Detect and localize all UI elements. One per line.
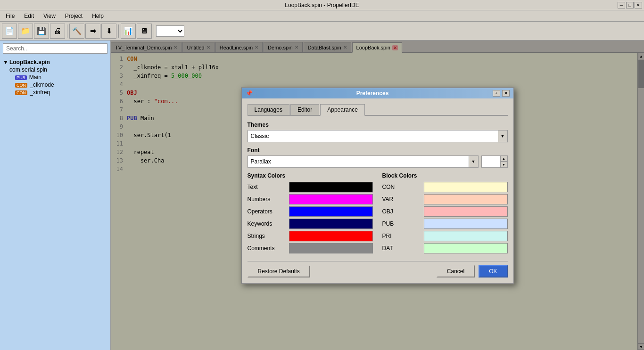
dialog-buttons: Restore Defaults Cancel OK bbox=[248, 261, 508, 277]
badge-pub: PUB bbox=[15, 75, 27, 80]
badge-con-xinfreq: CON bbox=[15, 90, 27, 95]
minimize-button[interactable]: ─ bbox=[618, 2, 625, 8]
color-label-pub: PUB bbox=[382, 220, 420, 227]
file-tree: ▼ LoopBack.spin com.serial.spin PUB Main… bbox=[0, 57, 110, 350]
color-label-numbers: Numbers bbox=[248, 196, 285, 203]
block-colors-title: Block Colors bbox=[382, 172, 508, 179]
syntax-colors-col: Syntax Colors Text Numbers Operators bbox=[248, 172, 373, 255]
menu-project[interactable]: Project bbox=[61, 12, 86, 20]
color-row-strings: Strings bbox=[248, 231, 373, 241]
restore-defaults-button[interactable]: Restore Defaults bbox=[248, 265, 310, 277]
dialog-tab-editor[interactable]: Editor bbox=[290, 104, 319, 115]
dialog-close-button[interactable]: ✕ bbox=[502, 90, 510, 97]
color-swatch-obj[interactable] bbox=[424, 206, 508, 217]
color-row-keywords: Keywords bbox=[248, 219, 373, 229]
tree-item-clkmode[interactable]: CON _clkmode bbox=[2, 81, 108, 89]
tree-item-main[interactable]: PUB Main bbox=[2, 73, 108, 81]
title-bar: LoopBack.spin - PropellerIDE ─ □ ✕ bbox=[0, 0, 644, 10]
dialog-tab-languages[interactable]: Languages bbox=[248, 104, 289, 115]
color-swatch-operators[interactable] bbox=[289, 206, 373, 217]
color-label-text: Text bbox=[248, 184, 285, 190]
themes-value: Classic bbox=[251, 133, 269, 139]
dialog-controls: + ✕ bbox=[493, 90, 510, 97]
color-swatch-text[interactable] bbox=[289, 182, 373, 192]
dialog-plus-button[interactable]: + bbox=[493, 90, 500, 97]
new-file-button[interactable]: 📄 bbox=[2, 24, 17, 39]
build-button[interactable]: 🔨 bbox=[69, 24, 84, 39]
font-size-down-button[interactable]: ▼ bbox=[500, 162, 508, 168]
window-title: LoopBack.spin - PropellerIDE bbox=[285, 2, 359, 8]
menu-view[interactable]: View bbox=[40, 12, 59, 20]
toolbar-separator-2 bbox=[118, 24, 119, 38]
colors-section: Syntax Colors Text Numbers Operators bbox=[248, 172, 508, 255]
color-swatch-numbers[interactable] bbox=[289, 194, 373, 204]
color-label-var: VAR bbox=[382, 196, 420, 203]
tree-root-label: LoopBack.spin bbox=[9, 59, 50, 65]
dialog-tab-bar: Languages Editor Appearance bbox=[248, 104, 508, 116]
preferences-dialog: 📌 Preferences + ✕ Languages Editor bbox=[241, 87, 514, 284]
dialog-tab-editor-label: Editor bbox=[297, 106, 312, 113]
color-label-obj: OBJ bbox=[382, 208, 420, 215]
menu-edit[interactable]: Edit bbox=[20, 12, 38, 20]
dialog-tab-languages-label: Languages bbox=[255, 106, 282, 113]
color-label-strings: Strings bbox=[248, 233, 285, 239]
tree-item-xinfreq-label: _xinfreq bbox=[30, 89, 50, 96]
font-name-value: Parallax bbox=[251, 158, 271, 165]
color-swatch-var[interactable] bbox=[424, 194, 508, 204]
color-label-pri: PRI bbox=[382, 233, 420, 239]
maximize-button[interactable]: □ bbox=[626, 2, 634, 8]
toolbar: 📄 📁 💾 🖨 🔨 ➡ ⬇ 📊 🖥 bbox=[0, 22, 644, 41]
color-swatch-keywords[interactable] bbox=[289, 219, 373, 229]
color-row-dat: DAT bbox=[382, 243, 508, 253]
code-area: TV_Terminal_Demo.spin ✕ Untitled ✕ ReadL… bbox=[111, 41, 644, 350]
color-row-obj: OBJ bbox=[382, 206, 508, 217]
save-button[interactable]: 💾 bbox=[34, 24, 49, 39]
color-row-pub: PUB bbox=[382, 219, 508, 229]
color-swatch-dat[interactable] bbox=[424, 243, 508, 253]
tree-child-label: com.serial.spin bbox=[9, 66, 47, 73]
tree-item-clkmode-label: _clkmode bbox=[30, 81, 54, 88]
font-label: Font bbox=[248, 147, 508, 154]
run-button[interactable]: ➡ bbox=[85, 24, 100, 39]
sidebar: ▼ LoopBack.spin com.serial.spin PUB Main… bbox=[0, 41, 111, 350]
color-swatch-pri[interactable] bbox=[424, 231, 508, 241]
print-button[interactable]: 🖨 bbox=[50, 24, 65, 39]
color-row-pri: PRI bbox=[382, 231, 508, 241]
close-window-button[interactable]: ✕ bbox=[635, 2, 642, 8]
color-swatch-pub[interactable] bbox=[424, 219, 508, 229]
cancel-button[interactable]: Cancel bbox=[437, 265, 475, 277]
tree-root-item[interactable]: ▼ LoopBack.spin bbox=[2, 58, 108, 66]
font-size-input[interactable]: 12 bbox=[481, 155, 500, 168]
toolbar-dropdown[interactable] bbox=[156, 25, 184, 37]
main-area: ▼ LoopBack.spin com.serial.spin PUB Main… bbox=[0, 41, 644, 350]
toolbar-separator bbox=[67, 24, 67, 38]
dialog-tab-appearance[interactable]: Appearance bbox=[320, 104, 365, 116]
search-input[interactable] bbox=[3, 43, 107, 54]
font-name-dropdown[interactable]: Parallax bbox=[248, 155, 469, 168]
themes-combo-row: Classic ▼ bbox=[248, 130, 508, 142]
color-swatch-strings[interactable] bbox=[289, 231, 373, 241]
chart-button[interactable]: 📊 bbox=[121, 24, 136, 39]
font-size-up-button[interactable]: ▲ bbox=[500, 155, 508, 162]
open-folder-button[interactable]: 📁 bbox=[18, 24, 33, 39]
color-row-text: Text bbox=[248, 182, 373, 192]
terminal-button[interactable]: 🖥 bbox=[137, 24, 152, 39]
dialog-title: Preferences bbox=[356, 90, 389, 97]
color-label-keywords: Keywords bbox=[248, 220, 285, 227]
color-row-var: VAR bbox=[382, 194, 508, 204]
menu-file[interactable]: File bbox=[2, 12, 18, 20]
themes-dropdown-arrow[interactable]: ▼ bbox=[498, 130, 508, 142]
download-button[interactable]: ⬇ bbox=[101, 24, 116, 39]
ok-button[interactable]: OK bbox=[479, 265, 507, 277]
menu-help[interactable]: Help bbox=[88, 12, 107, 20]
tree-child-com-serial[interactable]: com.serial.spin bbox=[2, 66, 108, 73]
color-label-con: CON bbox=[382, 184, 420, 190]
color-swatch-con[interactable] bbox=[424, 182, 508, 192]
badge-con-clkmode: CON bbox=[15, 83, 27, 88]
tree-item-xinfreq[interactable]: CON _xinfreq bbox=[2, 89, 108, 96]
color-swatch-comments[interactable] bbox=[289, 243, 373, 253]
color-label-dat: DAT bbox=[382, 245, 420, 252]
font-combo-row: Parallax ▼ 12 ▲ ▼ bbox=[248, 155, 508, 168]
themes-dropdown[interactable]: Classic bbox=[248, 130, 498, 142]
font-dropdown-arrow[interactable]: ▼ bbox=[469, 155, 479, 168]
